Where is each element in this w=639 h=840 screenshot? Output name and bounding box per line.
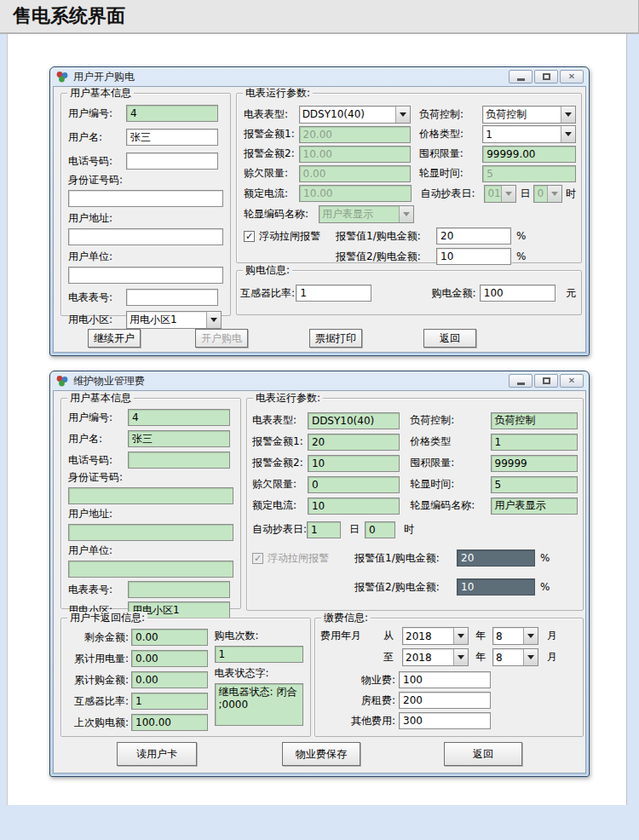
property-fee-input[interactable]: 100 [399,671,491,688]
from-month-select[interactable]: 8 [492,627,538,645]
user-name-label: 用户名: [68,130,126,145]
last-purchase-label: 上次购电额: [65,716,131,730]
credit-limit-label: 赊欠限量: [252,477,308,492]
meter-no-label: 电表表号: [68,583,128,597]
save-property-fee-button[interactable]: 物业费保存 [282,742,360,766]
auto-read-day-field: 1 [307,521,341,538]
price-type-label: 价格类型 [410,434,490,449]
address-label: 用户地址: [68,211,223,226]
alarm-amount1-field: 20 [308,434,400,451]
print-receipt-button[interactable]: 票据打印 [309,329,362,348]
ct-ratio-input[interactable]: 1 [296,285,371,302]
from-year-value: 2018 [403,628,453,644]
meter-type-value: DDSY10(40) [300,106,395,123]
alarm-amount2-field: 10 [308,455,400,472]
district-select[interactable]: 用电小区1 [126,311,222,329]
id-card-input[interactable] [68,190,223,207]
rent-fee-input[interactable]: 200 [399,692,491,709]
chevron-down-icon[interactable] [453,649,468,665]
unit-input[interactable] [68,267,223,284]
window-title: 维护物业管理费 [73,374,507,388]
hoard-limit-field: 99999.00 [482,146,576,163]
display-time-field: 5 [482,165,576,182]
user-name-input[interactable]: 张三 [126,129,218,146]
group-legend: 用户卡返回信息: [67,612,147,624]
load-control-select[interactable]: 负荷控制 [482,106,576,124]
window-title: 用户开户购电 [73,70,507,84]
id-card-field [68,487,233,504]
maximize-button[interactable] [534,374,558,388]
load-control-label: 负荷控制: [410,413,490,428]
group-meter-params: 电表运行参数: 电表表型: DDSY10(40) 负荷控制: 负荷控制 报警金额… [236,93,582,263]
alarm-ratio1-field[interactable]: 20 [457,549,535,567]
alarm-ratio2-field[interactable]: 10 [457,578,535,595]
price-type-select[interactable]: 1 [482,125,576,143]
display-code-label: 轮显编码名称: [244,207,319,222]
back-button[interactable]: 返回 [444,742,522,766]
unit-label: 用户单位: [68,544,233,558]
user-name-field: 张三 [128,430,230,447]
alarm-ratio1-label: 报警值1/购电金额: [354,551,457,566]
back-button[interactable]: 返回 [423,329,476,348]
checkbox-check-icon[interactable] [244,231,255,242]
to-year-value: 2018 [403,649,453,665]
alarm-amount2-label: 报警金额2: [244,147,299,161]
user-id-label: 用户编号: [68,106,126,121]
hoard-limit-field: 99999 [491,455,578,472]
display-time-label: 轮显时间: [419,166,482,181]
group-legend: 电表运行参数: [253,392,323,405]
app-icon [55,374,69,388]
day-unit-label: 日 [520,187,530,201]
auto-read-hour-select[interactable]: 0 [533,185,562,203]
purchase-amount-input[interactable]: 100 [480,285,556,302]
month-unit-label: 月 [547,629,557,643]
chevron-down-icon[interactable] [501,186,515,202]
percent-label: % [516,250,526,262]
rated-current-field: 10 [308,498,400,515]
total-purchase-label: 累计购金额: [65,673,131,688]
chevron-down-icon[interactable] [206,312,221,328]
to-month-select[interactable]: 8 [492,648,538,666]
chevron-down-icon[interactable] [395,106,410,123]
close-button[interactable]: ✕ [560,70,584,83]
period-label: 费用年月 [320,629,371,643]
close-button[interactable]: ✕ [560,374,584,388]
chevron-down-icon[interactable] [561,126,575,142]
address-input[interactable] [68,228,223,245]
minimize-icon [517,383,525,385]
app-icon [55,70,69,83]
rated-current-label: 额定电流: [252,498,308,513]
to-year-select[interactable]: 2018 [402,648,469,666]
chevron-down-icon[interactable] [547,186,561,202]
chevron-down-icon [399,206,413,222]
float-trip-checkbox: 浮动拉闸报警 [252,551,354,566]
minimize-button[interactable] [509,374,532,388]
auto-read-label: 自动抄表日: [420,187,484,201]
other-fee-input[interactable]: 300 [399,712,491,729]
hour-unit-label: 时 [566,187,576,201]
ct-ratio-label: 互感器比率: [65,694,131,709]
continue-open-button[interactable]: 继续开户 [88,329,141,348]
meter-no-input[interactable] [126,289,218,306]
window-client-area: 用户基本信息 用户编号: 4 用户名: 张三 电话号码: 身份证号码: 用户地址… [53,86,586,353]
last-purchase-field: 100.00 [131,714,208,731]
auto-read-day-select[interactable]: 01 [484,185,516,203]
group-legend: 用户基本信息 [67,392,134,405]
alarm-ratio2-input[interactable]: 10 [436,248,511,265]
chevron-down-icon[interactable] [523,649,538,665]
auto-read-label: 自动抄表日: [252,522,307,537]
chevron-down-icon[interactable] [453,628,468,644]
read-card-button[interactable]: 读用户卡 [117,742,197,766]
alarm-ratio1-input[interactable]: 20 [436,227,511,245]
float-trip-checkbox[interactable]: 浮动拉闸报警 [244,229,336,244]
group-meter-params: 电表运行参数: 电表表型: DDSY10(40) 负荷控制: 负荷控制 报警金额… [246,398,584,611]
minimize-button[interactable] [509,70,532,83]
chevron-down-icon[interactable] [523,628,538,644]
meter-type-select[interactable]: DDSY10(40) [299,106,411,124]
remaining-label: 剩余金额: [65,630,131,645]
unit-field [68,561,233,578]
phone-input[interactable] [126,152,218,170]
chevron-down-icon[interactable] [561,106,575,123]
maximize-button[interactable] [534,70,558,83]
from-year-select[interactable]: 2018 [402,627,469,645]
